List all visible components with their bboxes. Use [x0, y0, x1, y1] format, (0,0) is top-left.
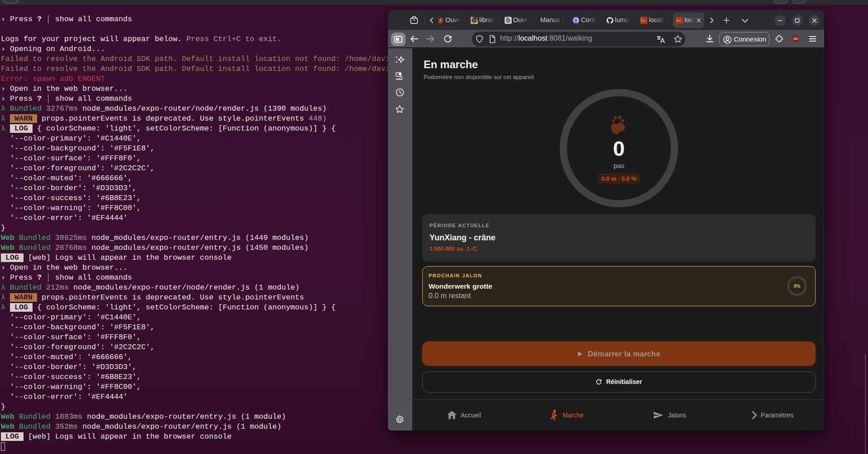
- svg-text:0%: 0%: [794, 283, 801, 288]
- svg-text:uO: uO: [793, 37, 798, 40]
